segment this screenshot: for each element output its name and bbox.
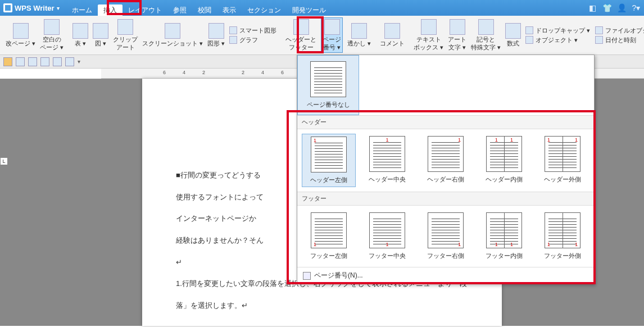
main-tabs: ホーム 挿入 レイアウト 参照 校閲 表示 セクション 開発ツール [66, 0, 332, 16]
footer-outside-option[interactable]: 11 フッター外側 [536, 210, 589, 262]
symbol-button[interactable]: 記号と 特殊文字 ▾ [471, 19, 501, 51]
equation-button[interactable]: 数式 [505, 23, 521, 47]
help-icon[interactable]: ?▾ [632, 3, 641, 12]
ruler-tick: 6 [281, 70, 284, 75]
footer-center-option[interactable]: 1 フッター中央 [360, 210, 414, 262]
ruler-tick: 2 [242, 70, 244, 75]
header-options-grid: 1 ヘッダー左側 1 ヘッダー中央 1 ヘッダー右側 11 ヘッダー内側 11 … [297, 129, 594, 192]
undo-icon[interactable] [53, 57, 62, 66]
body-text: 落」を選択します。↵ [176, 299, 468, 313]
screenshot-button[interactable]: スクリーンショット ▾ [142, 23, 203, 47]
ribbon-toolbar: 改ページ ▾ 空白の ページ ▾ 表 ▾ 図 ▾ クリップ アート スクリーンシ… [0, 16, 644, 55]
header-outside-option[interactable]: 11 ヘッダー外側 [536, 134, 589, 187]
page-number-button[interactable]: ページ 番号 ▾ [321, 17, 343, 52]
watermark-button[interactable]: 透かし ▾ [347, 23, 371, 47]
print-icon[interactable] [28, 57, 37, 66]
page-number-dropdown: ページ番号なし ヘッダー 1 ヘッダー左側 1 ヘッダー中央 1 ヘッダー右側 … [297, 54, 595, 284]
page-break-button[interactable]: 改ページ ▾ [6, 23, 35, 47]
dropdown-header-section-label: ヘッダー [297, 115, 594, 129]
table-button[interactable]: 表 ▾ [72, 23, 88, 47]
page-number-menu-icon [303, 272, 311, 280]
app-title: WPS Writer [15, 4, 55, 12]
outline-toggle-icon[interactable]: L [0, 157, 8, 165]
titlebar-right-icons: ◧ 👕 👤 ?▾ [588, 3, 641, 12]
header-inside-option[interactable]: 11 ヘッダー内側 [477, 134, 531, 187]
ruler-tick: 2 [202, 70, 205, 75]
title-bar: WPS Writer ▾ ホーム 挿入 レイアウト 参照 校閲 表示 セクション… [0, 0, 644, 16]
tab-review[interactable]: 校閲 [192, 4, 217, 16]
qat-drop-icon[interactable]: ▾ [78, 58, 80, 65]
footer-options-grid: 1 フッター左側 1 フッター中央 1 フッター右側 11 フッター内側 11 … [297, 206, 594, 267]
user-icon[interactable]: 👤 [617, 3, 626, 12]
app-menu-drop[interactable]: ▾ [57, 5, 60, 11]
ruler-tick: 6 [163, 70, 166, 75]
tab-layout[interactable]: レイアウト [123, 4, 167, 16]
redo-icon[interactable] [65, 57, 74, 66]
clipart-button[interactable]: クリップ アート [113, 19, 138, 51]
cloud-icon[interactable]: ◧ [588, 3, 597, 12]
header-footer-button[interactable]: ヘッダーと フッター [285, 19, 316, 51]
textbox-button[interactable]: テキスト ボックス ▾ [414, 19, 443, 51]
header-right-option[interactable]: 1 ヘッダー右側 [419, 134, 473, 187]
file-object-button[interactable]: ファイルオブジェクト [595, 26, 645, 35]
footer-left-option[interactable]: 1 フッター左側 [302, 210, 356, 262]
ruler-tick: 4 [183, 70, 185, 75]
page-number-menu-label: ページ番号(N)... [314, 271, 363, 280]
blank-page-button[interactable]: 空白の ページ ▾ [40, 19, 64, 51]
picture-button[interactable]: 図 ▾ [93, 23, 108, 47]
app-logo [3, 3, 12, 12]
print-preview-icon[interactable] [40, 57, 49, 66]
smart-shape-button[interactable]: スマート図形 [229, 26, 276, 35]
dropcap-button[interactable]: ドロップキャップ ▾ [525, 26, 590, 35]
comment-button[interactable]: コメント [380, 23, 405, 47]
tab-insert[interactable]: 挿入 [98, 4, 123, 16]
page-number-none[interactable]: ページ番号なし [297, 55, 359, 115]
dropdown-footer-section-label: フッター [297, 192, 594, 206]
tab-view[interactable]: 表示 [217, 4, 242, 16]
save-icon[interactable] [16, 57, 25, 66]
page-number-none-label: ページ番号なし [307, 101, 350, 109]
tab-devtools[interactable]: 開発ツール [287, 4, 332, 16]
footer-inside-option[interactable]: 11 フッター内側 [477, 210, 531, 262]
open-icon[interactable] [3, 57, 12, 66]
object-button[interactable]: オブジェクト ▾ [525, 36, 590, 44]
shirt-icon[interactable]: 👕 [602, 3, 611, 12]
tab-references[interactable]: 参照 [167, 4, 192, 16]
wordart-button[interactable]: アート 文字 ▾ [448, 19, 466, 51]
header-center-option[interactable]: 1 ヘッダー中央 [360, 134, 414, 187]
page-number-dialog-menu[interactable]: ページ番号(N)... [297, 267, 594, 284]
tab-home[interactable]: ホーム [66, 4, 98, 16]
tab-section[interactable]: セクション [242, 4, 287, 16]
datetime-button[interactable]: 日付と時刻 [595, 36, 645, 44]
footer-right-option[interactable]: 1 フッター右側 [419, 210, 473, 262]
ruler-tick: 4 [261, 70, 264, 75]
chart-button[interactable]: グラフ [229, 36, 276, 44]
shapes-button[interactable]: 図形 ▾ [207, 23, 225, 47]
header-left-option[interactable]: 1 ヘッダー左側 [302, 134, 356, 187]
